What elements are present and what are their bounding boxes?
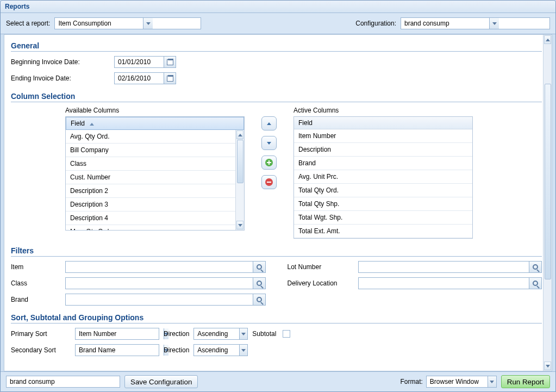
filter-class-field[interactable] bbox=[65, 277, 266, 289]
move-up-button[interactable] bbox=[261, 116, 277, 130]
scroll-thumb[interactable] bbox=[237, 140, 243, 183]
active-column-row[interactable]: Total Ext. Amt. bbox=[294, 225, 472, 238]
sort-asc-icon bbox=[90, 123, 94, 126]
chevron-down-icon bbox=[238, 224, 242, 227]
secondary-sort-field[interactable] bbox=[75, 344, 159, 356]
add-column-button[interactable] bbox=[261, 155, 277, 170]
search-icon bbox=[257, 264, 262, 270]
chevron-up-icon bbox=[238, 134, 242, 136]
active-column-row[interactable]: Total Wgt. Shp. bbox=[294, 211, 472, 225]
section-filters: Filters bbox=[11, 243, 542, 257]
active-column-row[interactable]: Total Qty Shp. bbox=[294, 197, 472, 211]
active-columns-grid: Field Item NumberDescriptionBrandAvg. Un… bbox=[293, 116, 473, 239]
secondary-sort-label: Secondary Sort bbox=[11, 346, 71, 354]
filter-class-lookup-button[interactable] bbox=[253, 277, 266, 289]
ending-date-label: Ending Invoice Date: bbox=[11, 74, 114, 82]
remove-column-button[interactable] bbox=[261, 175, 277, 189]
scroll-up-button[interactable] bbox=[236, 130, 243, 139]
chevron-down-icon bbox=[146, 22, 151, 25]
filter-delivery-input[interactable] bbox=[358, 277, 529, 289]
configuration-select[interactable] bbox=[401, 17, 550, 29]
minus-icon bbox=[265, 178, 273, 186]
active-column-row[interactable]: Total Qty Ord. bbox=[294, 184, 472, 197]
available-column-row[interactable]: Description 2 bbox=[66, 184, 235, 198]
beginning-date-field[interactable] bbox=[114, 56, 176, 68]
format-select-input[interactable] bbox=[427, 376, 488, 387]
primary-direction-arrow[interactable] bbox=[239, 328, 247, 339]
filter-delivery-field[interactable] bbox=[358, 277, 542, 289]
filter-item-field[interactable] bbox=[65, 261, 266, 273]
run-report-button[interactable]: Run Report bbox=[501, 375, 550, 388]
search-icon bbox=[533, 281, 538, 286]
format-select[interactable] bbox=[426, 376, 497, 388]
config-name-input[interactable] bbox=[6, 376, 120, 388]
scroll-down-button[interactable] bbox=[236, 221, 243, 229]
beginning-date-input[interactable] bbox=[115, 58, 164, 66]
primary-direction-field[interactable] bbox=[193, 328, 248, 340]
available-column-row[interactable]: Description 4 bbox=[66, 211, 235, 225]
secondary-sort-input[interactable] bbox=[76, 345, 164, 356]
subtotal-checkbox[interactable] bbox=[283, 330, 290, 338]
active-column-row[interactable]: Avg. Unit Prc. bbox=[294, 170, 472, 184]
filter-item-input[interactable] bbox=[65, 261, 253, 273]
content-scroll-up[interactable] bbox=[544, 35, 551, 44]
filter-lot-label: Lot Number bbox=[288, 263, 358, 271]
format-select-arrow[interactable] bbox=[488, 376, 496, 387]
ending-date-field[interactable] bbox=[114, 72, 176, 84]
save-configuration-button[interactable]: Save Configuration bbox=[124, 375, 198, 388]
primary-sort-field[interactable] bbox=[75, 328, 159, 340]
section-columns: Column Selection bbox=[11, 89, 542, 102]
available-columns-field-header[interactable]: Field bbox=[66, 117, 244, 130]
filter-lot-field[interactable] bbox=[358, 261, 542, 273]
available-column-row[interactable]: Cust. Number bbox=[66, 171, 235, 184]
available-column-row[interactable]: Description 3 bbox=[66, 198, 235, 211]
content-scrollbar[interactable] bbox=[543, 35, 552, 371]
ending-date-input[interactable] bbox=[115, 74, 164, 82]
active-columns-label: Active Columns bbox=[293, 107, 473, 114]
primary-sort-label: Primary Sort bbox=[11, 330, 71, 338]
primary-direction-input[interactable] bbox=[194, 328, 239, 339]
content-scroll-down[interactable] bbox=[544, 362, 551, 370]
active-column-row[interactable]: Description bbox=[294, 143, 472, 157]
report-select-input[interactable] bbox=[55, 18, 143, 29]
filter-lot-lookup-button[interactable] bbox=[529, 261, 542, 273]
chevron-down-icon bbox=[492, 22, 497, 25]
available-column-row[interactable]: Class bbox=[66, 157, 235, 171]
search-icon bbox=[257, 281, 262, 286]
filter-delivery-label: Delivery Location bbox=[288, 279, 358, 287]
report-select[interactable] bbox=[54, 17, 201, 29]
filter-class-input[interactable] bbox=[65, 277, 253, 289]
active-columns-field-header[interactable]: Field bbox=[294, 117, 472, 129]
ending-date-picker-button[interactable] bbox=[164, 73, 176, 84]
filter-item-lookup-button[interactable] bbox=[253, 261, 266, 273]
secondary-direction-input[interactable] bbox=[194, 345, 239, 356]
available-column-row[interactable]: Max. Qty Ord. bbox=[66, 225, 235, 230]
report-selector-bar: Select a report: Configuration: bbox=[1, 13, 555, 34]
arrow-up-icon bbox=[267, 122, 271, 125]
chevron-down-icon bbox=[241, 333, 246, 335]
beginning-date-label: Beginning Invoice Date: bbox=[11, 58, 114, 66]
secondary-direction-field[interactable] bbox=[193, 344, 248, 356]
filter-brand-lookup-button[interactable] bbox=[253, 294, 266, 306]
content-area: General Beginning Invoice Date: Ending I… bbox=[4, 34, 552, 371]
configuration-select-arrow[interactable] bbox=[489, 18, 499, 29]
active-column-row[interactable]: Brand bbox=[294, 157, 472, 170]
beginning-date-picker-button[interactable] bbox=[164, 57, 176, 67]
secondary-direction-arrow[interactable] bbox=[239, 345, 247, 356]
filter-brand-input[interactable] bbox=[65, 294, 253, 306]
filter-delivery-lookup-button[interactable] bbox=[529, 277, 542, 289]
active-column-row[interactable]: Item Number bbox=[294, 129, 472, 143]
report-select-arrow[interactable] bbox=[143, 18, 153, 29]
content-scroll-thumb[interactable] bbox=[545, 84, 551, 279]
available-column-row[interactable]: Avg. Qty Ord. bbox=[66, 130, 235, 144]
subtotal-label: Subtotal bbox=[252, 330, 276, 338]
available-column-row[interactable]: Bill Company bbox=[66, 144, 235, 157]
window-title: Reports bbox=[1, 1, 555, 13]
primary-sort-input[interactable] bbox=[76, 328, 164, 339]
select-report-label: Select a report: bbox=[6, 20, 54, 27]
configuration-select-input[interactable] bbox=[401, 18, 489, 29]
filter-lot-input[interactable] bbox=[358, 261, 529, 273]
move-down-button[interactable] bbox=[261, 136, 277, 150]
available-columns-scrollbar[interactable] bbox=[235, 130, 244, 230]
filter-brand-field[interactable] bbox=[65, 294, 266, 306]
